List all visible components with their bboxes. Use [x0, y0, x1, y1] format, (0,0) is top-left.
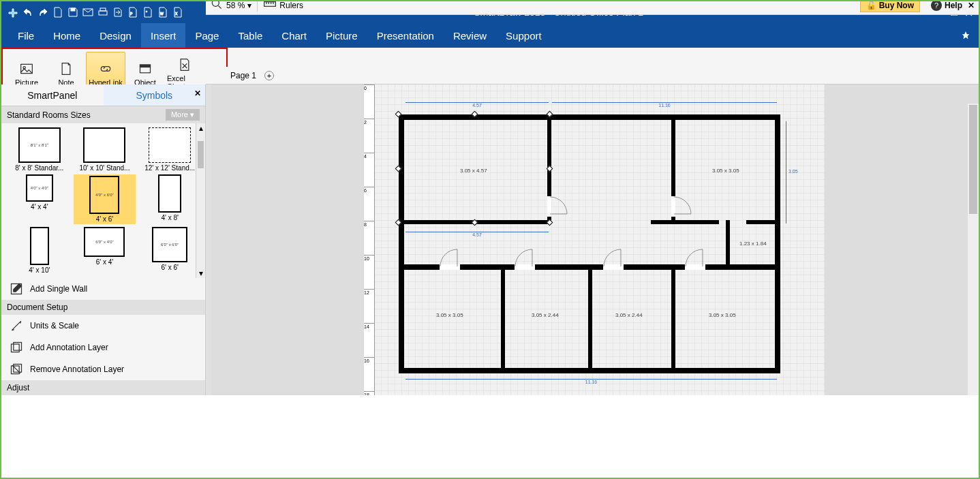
remove-annotation-layer-button[interactable]: Remove Annotation Layer	[1, 358, 205, 380]
view-toolbar: 58 % ▾ Rulers 🔓 Buy Now ? Help ✕	[206, 0, 979, 15]
room-preview: 6'0" x 6'0"	[152, 227, 187, 262]
svg-rect-15	[12, 344, 20, 352]
page-tab-1[interactable]: Page 1	[230, 71, 256, 80]
svg-point-12	[212, 0, 219, 6]
room-preview: 8'1" x 8'1"	[18, 127, 61, 163]
room-grid-scrollbar[interactable]: ▴▾	[196, 123, 205, 278]
menu-file[interactable]: File	[8, 23, 44, 48]
export-doc-icon[interactable]: W	[157, 6, 169, 18]
export-xls-icon[interactable]: X	[172, 6, 184, 18]
help-close-icon[interactable]: ✕	[968, 1, 975, 10]
save-icon[interactable]	[67, 6, 79, 18]
room-item[interactable]: 6'0" x 4'0"6' x 4'	[74, 227, 136, 274]
export-img-icon[interactable]	[142, 6, 154, 18]
menu-chart[interactable]: Chart	[272, 23, 316, 48]
room-item-selected[interactable]: 4'0" x 6'0"4' x 6'	[74, 174, 136, 224]
canvas-scrollbar-vertical[interactable]	[968, 104, 979, 395]
mail-icon[interactable]	[82, 6, 94, 18]
menu-bar: File Home Design Insert Page Table Chart…	[1, 23, 979, 48]
svg-rect-16	[14, 343, 22, 351]
room-item[interactable]: 10' x 10' Stand...	[74, 127, 136, 172]
svg-rect-13	[264, 2, 276, 7]
dimension-line: 11.16	[405, 379, 777, 384]
add-single-wall-button[interactable]: Add Single Wall	[1, 278, 205, 300]
room-item[interactable]: 8'1" x 8'1"8' x 8' Standar...	[8, 127, 71, 172]
menu-review[interactable]: Review	[444, 23, 496, 48]
svg-rect-0	[71, 8, 75, 11]
room-dim-label: 3.05 x 2.44	[615, 312, 643, 318]
ruler-vertical: 024681012141618	[364, 84, 375, 395]
room-preview	[30, 227, 49, 265]
svg-rect-17	[12, 366, 20, 374]
menu-table[interactable]: Table	[228, 23, 272, 48]
room-preview: 4'0" x 4'0"	[26, 174, 53, 202]
export-icon[interactable]	[112, 6, 124, 18]
help-icon[interactable]: ?	[931, 0, 942, 11]
svg-rect-2	[99, 11, 107, 15]
redo-icon[interactable]	[37, 6, 49, 18]
buy-now-button[interactable]: 🔓 Buy Now	[860, 0, 920, 12]
zoom-value[interactable]: 58 %	[226, 1, 245, 10]
menu-design[interactable]: Design	[90, 23, 141, 48]
room-item[interactable]: 4'0" x 4'0"4' x 4'	[8, 174, 71, 224]
buy-now-label: Buy Now	[879, 1, 914, 10]
units-label: Units & Scale	[30, 321, 79, 330]
rulers-label[interactable]: Rulers	[279, 1, 303, 10]
menu-insert[interactable]: Insert	[141, 23, 186, 48]
room-dim-label: 3.05 x 3.05	[709, 312, 736, 318]
room-preview	[158, 174, 181, 213]
page-tabs: Page 1 +	[206, 67, 979, 84]
zoom-icon[interactable]	[210, 0, 224, 13]
rem-layer-label: Remove Annotation Layer	[30, 365, 124, 374]
svg-text:X: X	[175, 12, 178, 16]
new-icon[interactable]	[52, 6, 64, 18]
help-label[interactable]: Help	[945, 1, 962, 10]
menu-home[interactable]: Home	[44, 23, 90, 48]
room-caption: 4' x 6'	[96, 215, 114, 223]
add-page-icon[interactable]: +	[264, 71, 274, 80]
tab-symbols[interactable]: Symbols	[104, 84, 206, 106]
export-pdf-icon[interactable]: P	[127, 6, 139, 18]
lock-icon: 🔓	[866, 1, 876, 10]
room-item[interactable]: 4' x 10'	[8, 227, 71, 274]
tab-smartpanel[interactable]: SmartPanel	[1, 84, 104, 106]
menu-support[interactable]: Support	[496, 23, 551, 48]
room-preview	[149, 127, 191, 163]
room-dim-label: 1.23 x 1.84	[739, 241, 767, 247]
menu-presentation[interactable]: Presentation	[367, 23, 444, 48]
section-adjust[interactable]: Adjust	[1, 380, 205, 395]
room-caption: 12' x 12' Stand...	[144, 164, 195, 172]
room-caption: 4' x 4'	[31, 203, 48, 211]
room-item[interactable]: 6'0" x 6'0"6' x 6'	[138, 227, 201, 274]
add-wall-label: Add Single Wall	[30, 284, 87, 294]
room-caption: 8' x 8' Standar...	[15, 164, 63, 172]
zoom-dropdown-icon[interactable]: ▾	[247, 1, 251, 10]
room-item[interactable]: 4' x 8'	[138, 174, 201, 224]
floor-plan[interactable]: 3.05 x 4.57 3.05 x 3.05 1.23 x 1.84 3.05…	[399, 114, 780, 373]
room-item[interactable]: 12' x 12' Stand...	[138, 127, 201, 172]
dimension-line: 11.16	[552, 102, 777, 108]
undo-icon[interactable]	[22, 6, 34, 18]
room-caption: 4' x 8'	[161, 214, 179, 221]
panel-splitter[interactable]	[206, 84, 211, 395]
print-icon[interactable]	[97, 6, 109, 18]
room-caption: 6' x 4'	[96, 258, 114, 266]
menu-picture[interactable]: Picture	[316, 23, 367, 48]
app-icon[interactable]	[7, 6, 19, 18]
panel-close-icon[interactable]: ✕	[194, 89, 201, 98]
svg-point-5	[146, 11, 147, 12]
canvas-area[interactable]: 024681012141618 012345678910111213141516…	[211, 84, 979, 395]
add-annotation-layer-button[interactable]: Add Annotation Layer	[1, 337, 205, 358]
menu-page[interactable]: Page	[185, 23, 228, 48]
pin-ribbon-icon[interactable]	[953, 23, 979, 48]
units-scale-button[interactable]: Units & Scale	[1, 315, 205, 337]
dimension-line: 4.57	[405, 102, 549, 108]
section-title: Standard Rooms Sizes	[7, 110, 91, 120]
more-button[interactable]: More ▾	[166, 109, 200, 121]
room-dim-label: 3.05 x 3.05	[712, 168, 739, 174]
svg-text:P: P	[130, 12, 133, 16]
svg-rect-3	[100, 8, 106, 11]
room-dim-label: 3.05 x 2.44	[532, 312, 559, 318]
section-doc-setup: Document Setup	[1, 300, 205, 315]
rulers-icon[interactable]	[263, 0, 277, 13]
